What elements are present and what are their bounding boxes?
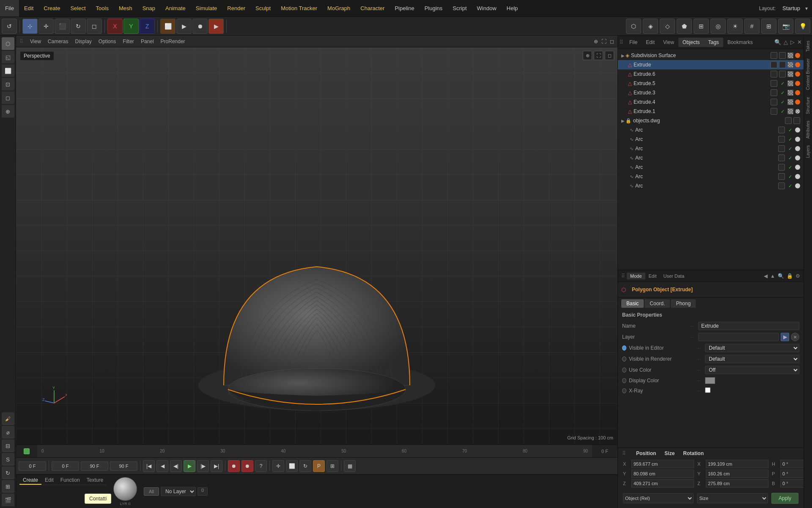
attr-mode-btn[interactable]: Mode [627,273,645,279]
rotate-key-btn[interactable]: ↻ [299,460,311,472]
pos-x-input[interactable] [631,460,694,468]
key-sel-btn[interactable]: ? [255,460,267,472]
menu-character[interactable]: Character [355,0,390,17]
mode-3d-btn[interactable]: ◻ [2,91,14,104]
attr-userdata-btn[interactable]: User Data [660,273,688,279]
mode-uv-btn[interactable]: ⊡ [2,78,14,91]
tool-options-btn[interactable]: ⊞ [2,480,14,493]
attr-settings-icon[interactable]: ⚙ [796,273,800,279]
attr-xray-radio[interactable] [622,388,626,393]
attr-layer-browse-btn[interactable]: ▶ [781,333,789,341]
mat-tab-texture[interactable]: Texture [83,476,107,485]
axis-z-btn[interactable]: Z [140,19,155,34]
vp-menu-filter[interactable]: Filter [123,39,134,44]
rtab-tags[interactable]: Tags [704,38,723,47]
grid-btn[interactable]: # [744,19,760,34]
mode-object-btn[interactable]: ⬡ [2,37,14,50]
light-btn[interactable]: ☀ [727,19,743,34]
snap-btn[interactable]: ⊕ [2,105,14,118]
vp-nav-3[interactable]: ◻ [605,51,614,60]
attr-xray-checkbox[interactable] [705,387,710,393]
mat-tab-create[interactable]: Create [19,476,41,485]
attr-layer-input[interactable] [698,333,779,341]
menu-select[interactable]: Select [65,0,91,17]
frame-input-end[interactable] [81,461,108,471]
vtab-takes[interactable]: Takes [804,37,812,55]
size-mode-select[interactable]: Size Scale [697,493,768,503]
tree-extrude5[interactable]: △ Extrude.5 ✓ [618,79,804,88]
vp-menu-display[interactable]: Display [75,39,91,44]
fields-btn[interactable]: ⊞ [694,19,709,34]
attr-vis-editor-radio[interactable] [622,345,626,351]
menu-snap[interactable]: Snap [137,0,160,17]
vp-icon-3[interactable]: ◻ [610,39,614,44]
vp-menu-cameras[interactable]: Cameras [48,39,69,44]
attr-use-color-radio[interactable] [622,367,626,373]
tree-arc-1[interactable]: ∿ Arc ✓ [618,125,804,135]
tree-extrude4[interactable]: △ Extrude.4 ✓ [618,97,804,107]
attr-vis-renderer-select[interactable]: Default On Off [705,355,799,363]
sculpt-brush-btn[interactable]: ⌀ [2,426,14,439]
vtab-content[interactable]: Content Browser [804,55,812,93]
goto-start-btn[interactable]: |◀ [143,460,155,472]
checker-2[interactable] [787,62,793,68]
record-btn[interactable]: ⏺ [228,460,240,472]
checker-1[interactable] [787,52,793,58]
tree-arc-7[interactable]: ∿ Arc ✓ [618,181,804,190]
rtab-file[interactable]: File [625,38,642,47]
menu-mesh[interactable]: Mesh [114,0,137,17]
menu-mograph[interactable]: MoGraph [322,0,355,17]
render-btn[interactable]: ▶ [208,19,224,34]
attr-edit-btn[interactable]: Edit [645,273,660,279]
move-tool-btn[interactable]: ✛ [38,19,54,34]
rtab-view[interactable]: View [659,38,678,47]
attr-tab-basic[interactable]: Basic [621,299,644,308]
select-tool-btn[interactable]: ⊹ [22,19,38,34]
vis-box-4[interactable] [779,61,786,68]
tree-arc-4[interactable]: ∿ Arc ✓ [618,153,804,163]
vis-box-3[interactable] [771,61,777,68]
vp-menu-view[interactable]: View [30,39,41,44]
points-key-btn[interactable]: ⊞ [326,460,338,472]
tree-arc-3[interactable]: ∿ Arc ✓ [618,144,804,153]
timeline-btn[interactable]: ▶ [176,19,192,34]
size-z-input[interactable] [706,479,768,488]
menu-animate[interactable]: Animate [160,0,191,17]
param-key-btn[interactable]: P [313,460,325,472]
mode-edge-btn[interactable]: ◱ [2,51,14,64]
attr-nav-2[interactable]: ▲ [770,273,775,279]
vp-nav-2[interactable]: ⛶ [594,51,603,60]
attr-tab-phong[interactable]: Phong [671,299,696,308]
cube-tool-btn[interactable]: ⬡ [626,19,641,34]
menu-file[interactable]: File [0,0,19,17]
rotate-tool-btn[interactable]: ↻ [71,19,86,34]
selection-btn[interactable]: ↻ [2,467,14,479]
paint-btn[interactable]: 🖌 [2,412,14,425]
attr-use-color-select[interactable]: Off On Layer [705,366,799,374]
coord-mode-select[interactable]: Object (Rel) World [623,493,694,503]
rtab-icon-2[interactable]: ▷ [790,39,795,45]
undo-btn[interactable]: ↺ [2,19,17,34]
material-s-btn[interactable]: S [2,453,14,466]
record-btn[interactable]: ⏺ [192,19,208,34]
menu-edit[interactable]: Edit [19,0,38,17]
scale-key-btn[interactable]: ⬜ [286,460,298,472]
attr-tab-coord[interactable]: Coord. [645,299,670,308]
menu-plugins[interactable]: Plugins [420,0,448,17]
filter-all-btn[interactable]: All [144,487,159,496]
move-key-btn[interactable]: ✛ [272,460,284,472]
tree-extrude6[interactable]: △ Extrude.6 [618,69,804,79]
menu-help[interactable]: Help [502,0,523,17]
auto-key-btn[interactable]: ⏺ [241,460,253,472]
attr-vis-renderer-radio[interactable] [622,356,626,362]
checker-3b[interactable] [787,90,793,96]
menu-create[interactable]: Create [38,0,65,17]
viewport-canvas[interactable]: Perspective [16,47,617,444]
attr-color-swatch[interactable] [705,377,715,384]
rtab-objects[interactable]: Objects [678,38,704,47]
menu-window[interactable]: Window [472,0,502,17]
play-btn[interactable]: ▶ [184,460,195,472]
menu-simulate[interactable]: Simulate [191,0,222,17]
attr-nav-1[interactable]: ◀ [764,273,768,279]
attr-vis-editor-select[interactable]: Default On Off [705,344,799,352]
